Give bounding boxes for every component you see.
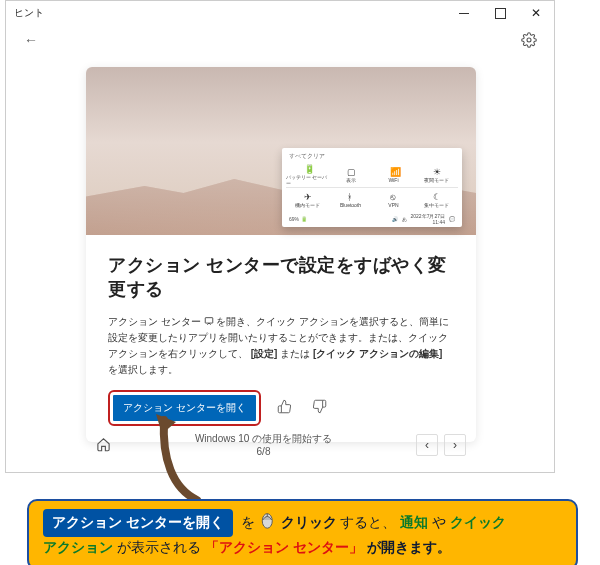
- settings-button[interactable]: [516, 27, 542, 53]
- thumbs-up-button[interactable]: [273, 397, 296, 419]
- action-center-icon: [204, 316, 214, 326]
- preview-header: すべてクリア: [286, 152, 458, 164]
- svg-point-0: [527, 38, 531, 42]
- page-indicator: Windows 10 の使用を開始する 6/8: [195, 432, 332, 458]
- card-description: アクション センター を開き、クイック アクションを選択すると、簡単に設定を変更…: [108, 314, 454, 378]
- card-content: アクション センターで設定をすばやく変更する アクション センター を開き、クイ…: [86, 235, 476, 442]
- back-button[interactable]: ←: [18, 27, 44, 53]
- open-action-center-button[interactable]: アクション センターを開く: [113, 395, 256, 421]
- tip-card: すべてクリア 🔋バッテリー セーバー ▢表示 📶WiFi ☀夜間モード ✈機内モ…: [86, 67, 476, 442]
- home-button[interactable]: [96, 437, 111, 454]
- thumbs-down-button[interactable]: [308, 397, 331, 419]
- card-actions: アクション センターを開く: [108, 390, 454, 426]
- svg-rect-1: [205, 317, 213, 322]
- close-button[interactable]: ✕: [518, 1, 554, 25]
- action-center-preview: すべてクリア 🔋バッテリー セーバー ▢表示 📶WiFi ☀夜間モード ✈機内モ…: [282, 148, 462, 227]
- callout-pill: アクション センターを開く: [43, 509, 233, 537]
- card-heading: アクション センターで設定をすばやく変更する: [108, 253, 454, 302]
- maximize-button[interactable]: [482, 1, 518, 25]
- cta-highlight: アクション センターを開く: [108, 390, 261, 426]
- mouse-icon: [260, 510, 276, 530]
- gear-icon: [521, 32, 537, 48]
- prev-button[interactable]: ‹: [416, 434, 438, 456]
- home-icon: [96, 437, 111, 452]
- app-window: ヒント ✕ ← すべてクリア 🔋バッテリー セーバー ▢表示 📶WiFi ☀夜間…: [5, 0, 555, 473]
- annotation-callout: アクション センターを開く を クリック すると、 通知 や クイック アクショ…: [27, 499, 578, 565]
- window-controls: ✕: [446, 1, 554, 25]
- minimize-button[interactable]: [446, 1, 482, 25]
- card-footer: Windows 10 の使用を開始する 6/8 ‹ ›: [86, 432, 476, 458]
- thumbs-up-icon: [277, 399, 292, 414]
- titlebar: ヒント ✕: [6, 1, 554, 25]
- window-title: ヒント: [14, 6, 44, 20]
- next-button[interactable]: ›: [444, 434, 466, 456]
- hero-image: すべてクリア 🔋バッテリー セーバー ▢表示 📶WiFi ☀夜間モード ✈機内モ…: [86, 67, 476, 235]
- thumbs-down-icon: [312, 399, 327, 414]
- toolbar: ←: [6, 25, 554, 55]
